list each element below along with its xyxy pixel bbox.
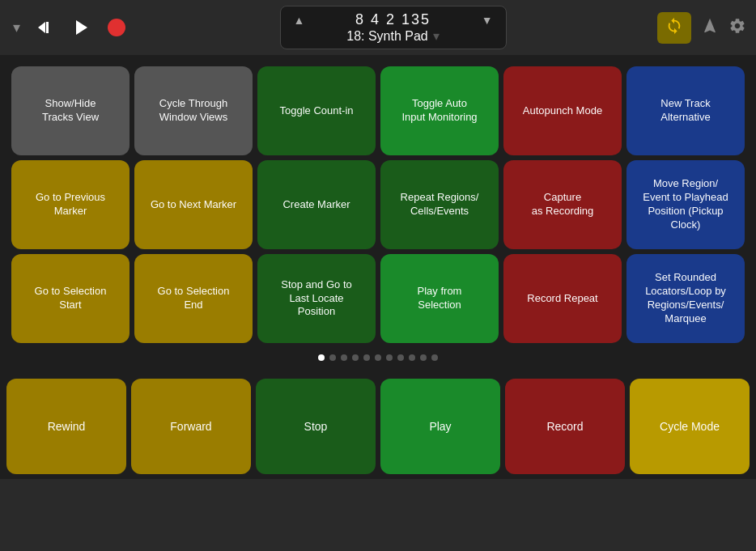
grid-btn-r1-c5[interactable]: Move Region/ Event to Playhead Position … [626, 160, 745, 249]
pagination-dot-5[interactable] [375, 354, 381, 361]
record-button[interactable] [104, 15, 129, 40]
header-right [657, 12, 746, 44]
chevron-up-button[interactable]: ▲ [294, 14, 305, 27]
grid-btn-r2-c3[interactable]: Play from Selection [380, 254, 499, 343]
pagination-dot-7[interactable] [397, 354, 404, 361]
grid-btn-r2-c2[interactable]: Stop and Go to Last Locate Position [257, 254, 376, 343]
position-display: 8 4 2 135 [355, 11, 431, 28]
grid-btn-r2-c4[interactable]: Record Repeat [503, 254, 622, 343]
pagination-dot-0[interactable] [318, 354, 325, 361]
header-center: ▲ 8 4 2 135 ▼ 18: Synth Pad ▾ [280, 6, 507, 49]
transport-btn-record[interactable]: Record [505, 379, 625, 474]
pagination [6, 348, 750, 367]
cycle-button[interactable] [657, 12, 691, 44]
track-dropdown-icon[interactable]: ▾ [433, 28, 440, 44]
pagination-dot-3[interactable] [352, 354, 359, 361]
transport-btn-stop[interactable]: Stop [256, 379, 376, 474]
pagination-dot-10[interactable] [431, 354, 438, 361]
transport-btn-play[interactable]: Play [380, 379, 500, 474]
pagination-dot-9[interactable] [420, 354, 427, 361]
grid-btn-r1-c1[interactable]: Go to Next Marker [134, 160, 253, 249]
bottom-transport: RewindForwardStopPlayRecordCycle Mode [0, 374, 756, 479]
transport-btn-rewind[interactable]: Rewind [6, 379, 126, 474]
track-name: 18: Synth Pad [346, 29, 428, 44]
button-grid: Show/Hide Tracks ViewCycle Through Windo… [6, 61, 750, 348]
header-left: ▾ [10, 15, 129, 40]
record-dot [108, 19, 125, 36]
grid-btn-r2-c5[interactable]: Set Rounded Locators/Loop by Regions/Eve… [626, 254, 745, 343]
pagination-dot-1[interactable] [329, 354, 336, 361]
grid-btn-r2-c1[interactable]: Go to Selection End [134, 254, 253, 343]
grid-btn-r0-c0[interactable]: Show/Hide Tracks View [11, 66, 130, 155]
grid-btn-r1-c0[interactable]: Go to Previous Marker [11, 160, 130, 249]
play-button[interactable] [69, 15, 95, 40]
svg-marker-0 [38, 22, 45, 33]
grid-btn-r0-c2[interactable]: Toggle Count-in [257, 66, 376, 155]
grid-btn-r1-c3[interactable]: Repeat Regions/ Cells/Events [380, 160, 499, 249]
header: ▾ ▲ 8 4 2 135 ▼ 18: Synth Pad ▾ [0, 0, 756, 55]
metronome-button[interactable] [701, 17, 719, 39]
pagination-dot-4[interactable] [363, 354, 370, 361]
settings-button[interactable] [728, 17, 746, 39]
main-area: Show/Hide Tracks ViewCycle Through Windo… [0, 55, 756, 374]
pagination-dot-2[interactable] [341, 354, 347, 361]
pagination-dot-6[interactable] [386, 354, 393, 361]
svg-rect-1 [46, 22, 49, 33]
svg-marker-2 [76, 20, 87, 35]
transport-btn-forward[interactable]: Forward [131, 379, 251, 474]
grid-btn-r1-c2[interactable]: Create Marker [257, 160, 376, 249]
transport-btn-cycle-mode[interactable]: Cycle Mode [630, 379, 750, 474]
dropdown-button[interactable]: ▾ [10, 15, 23, 40]
pagination-dot-8[interactable] [409, 354, 415, 361]
grid-btn-r0-c3[interactable]: Toggle Auto Input Monitoring [380, 66, 499, 155]
grid-btn-r0-c5[interactable]: New Track Alternative [626, 66, 745, 155]
chevron-down-button[interactable]: ▼ [482, 14, 493, 27]
grid-btn-r2-c0[interactable]: Go to Selection Start [11, 254, 130, 343]
grid-btn-r0-c1[interactable]: Cycle Through Window Views [134, 66, 253, 155]
rewind-button[interactable] [33, 15, 59, 40]
grid-btn-r0-c4[interactable]: Autopunch Mode [503, 66, 622, 155]
grid-btn-r1-c4[interactable]: Capture as Recording [503, 160, 622, 249]
